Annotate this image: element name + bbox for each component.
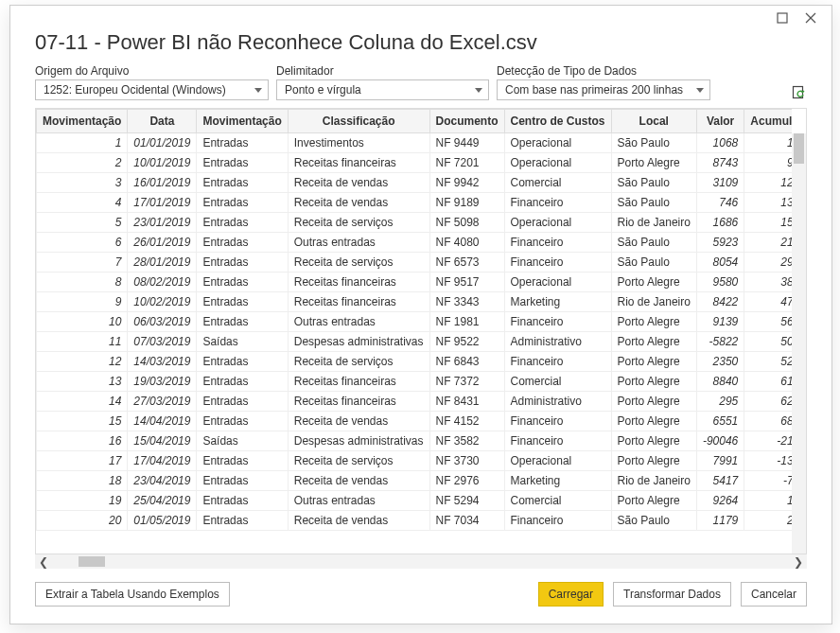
cell-acum: 21275 bbox=[744, 233, 792, 253]
table-row[interactable]: 1107/03/2019SaídasDespesas administrativ… bbox=[37, 332, 793, 352]
table-row[interactable]: 1006/03/2019EntradasOutras entradasNF 19… bbox=[37, 312, 793, 332]
table-row[interactable]: 1717/04/2019EntradasReceita de serviçosN… bbox=[37, 451, 793, 471]
cell-mov2: Saídas bbox=[197, 431, 288, 451]
cell-class: Receita de serviços bbox=[288, 213, 429, 233]
refresh-icon[interactable] bbox=[792, 85, 807, 100]
cell-valor: 6551 bbox=[696, 412, 744, 431]
cell-class: Despesas administrativas bbox=[288, 431, 429, 451]
cancel-button[interactable]: Cancelar bbox=[741, 582, 807, 607]
cell-doc: NF 6573 bbox=[429, 253, 504, 273]
vertical-scrollbar[interactable] bbox=[792, 133, 806, 554]
cell-class: Outras entradas bbox=[288, 491, 429, 511]
extract-table-button[interactable]: Extrair a Tabela Usando Exemplos bbox=[35, 582, 230, 607]
delimiter-dropdown[interactable]: Ponto e vírgula bbox=[276, 79, 489, 100]
table-row[interactable]: 1925/04/2019EntradasOutras entradasNF 52… bbox=[37, 491, 793, 511]
col-header-cc[interactable]: Centro de Custos bbox=[504, 110, 611, 133]
cell-doc: NF 3343 bbox=[429, 292, 504, 312]
cell-doc: NF 9517 bbox=[429, 273, 504, 292]
table-row[interactable]: 417/01/2019EntradasReceita de vendasNF 9… bbox=[37, 193, 793, 213]
cell-mov1: 16 bbox=[37, 431, 128, 451]
cell-data: 19/03/2019 bbox=[128, 372, 197, 392]
cell-mov1: 9 bbox=[37, 292, 128, 312]
origin-dropdown[interactable]: 1252: Europeu Ocidental (Windows) bbox=[35, 79, 269, 100]
detection-label: Detecção de Tipo de Dados bbox=[497, 64, 710, 78]
cell-local: Porto Alegre bbox=[611, 153, 696, 173]
cell-mov2: Entradas bbox=[197, 292, 288, 312]
close-icon[interactable] bbox=[803, 11, 818, 26]
cell-doc: NF 3730 bbox=[429, 451, 504, 471]
table-row[interactable]: 910/02/2019EntradasReceitas financeirasN… bbox=[37, 292, 793, 312]
cell-class: Investimentos bbox=[288, 133, 429, 153]
chevron-down-icon bbox=[696, 88, 704, 93]
cell-local: São Paulo bbox=[611, 233, 696, 253]
origin-label: Origem do Arquivo bbox=[35, 64, 269, 78]
chevron-down-icon bbox=[254, 88, 262, 93]
table-row[interactable]: 1214/03/2019EntradasReceita de serviçosN… bbox=[37, 352, 793, 372]
cell-mov1: 8 bbox=[37, 273, 128, 292]
cell-acum: 1310 bbox=[744, 491, 792, 511]
cell-doc: NF 9189 bbox=[429, 193, 504, 213]
cell-cc: Operacional bbox=[504, 213, 611, 233]
delimiter-label: Delimitador bbox=[276, 64, 489, 78]
col-header-class[interactable]: Classificação bbox=[288, 110, 429, 133]
table-row[interactable]: 1427/03/2019EntradasReceitas financeiras… bbox=[37, 392, 793, 412]
col-header-valor[interactable]: Valor bbox=[696, 110, 744, 133]
cell-mov2: Entradas bbox=[197, 273, 288, 292]
scrollbar-thumb[interactable] bbox=[79, 556, 105, 567]
table-row[interactable]: 316/01/2019EntradasReceita de vendasNF 9… bbox=[37, 173, 793, 193]
col-header-local[interactable]: Local bbox=[611, 110, 696, 133]
table-row[interactable]: 1615/04/2019SaídasDespesas administrativ… bbox=[37, 431, 793, 451]
cell-cc: Financeiro bbox=[504, 511, 611, 531]
cell-acum: 2489 bbox=[744, 511, 792, 531]
cell-acum: 61838 bbox=[744, 372, 792, 392]
table-row[interactable]: 728/01/2019EntradasReceita de serviçosNF… bbox=[37, 253, 793, 273]
cell-acum: 56470 bbox=[744, 312, 792, 332]
horizontal-scrollbar[interactable]: ❮ ❯ bbox=[35, 554, 807, 569]
cell-class: Receita de vendas bbox=[288, 193, 429, 213]
table-row[interactable]: 1514/04/2019EntradasReceita de vendasNF … bbox=[37, 412, 793, 431]
table-row[interactable]: 2001/05/2019EntradasReceita de vendasNF … bbox=[37, 511, 793, 531]
table-row[interactable]: 808/02/2019EntradasReceitas financeirasN… bbox=[37, 273, 793, 292]
cell-mov2: Entradas bbox=[197, 153, 288, 173]
table-row[interactable]: 626/01/2019EntradasOutras entradasNF 408… bbox=[37, 233, 793, 253]
cell-mov1: 14 bbox=[37, 392, 128, 412]
cell-valor: 8743 bbox=[696, 153, 744, 173]
col-header-mov1[interactable]: Movimentação bbox=[37, 110, 128, 133]
cell-valor: 295 bbox=[696, 392, 744, 412]
maximize-icon[interactable] bbox=[775, 11, 790, 26]
col-header-data[interactable]: Data bbox=[128, 110, 197, 133]
cell-valor: 2350 bbox=[696, 352, 744, 372]
transform-button[interactable]: Transformar Dados bbox=[613, 582, 731, 607]
cell-valor: 9264 bbox=[696, 491, 744, 511]
cell-mov1: 3 bbox=[37, 173, 128, 193]
cell-doc: NF 3582 bbox=[429, 431, 504, 451]
detection-dropdown[interactable]: Com base nas primeiras 200 linhas bbox=[497, 79, 710, 100]
cell-data: 08/02/2019 bbox=[128, 273, 197, 292]
table-row[interactable]: 210/01/2019EntradasReceitas financeirasN… bbox=[37, 153, 793, 173]
scroll-right-icon[interactable]: ❯ bbox=[790, 555, 807, 569]
cell-mov1: 12 bbox=[37, 352, 128, 372]
cell-class: Despesas administrativas bbox=[288, 332, 429, 352]
table-row[interactable]: 1823/04/2019EntradasReceita de vendasNF … bbox=[37, 471, 793, 491]
cell-mov1: 18 bbox=[37, 471, 128, 491]
cell-mov2: Entradas bbox=[197, 372, 288, 392]
cell-valor: 3109 bbox=[696, 173, 744, 193]
col-header-acum[interactable]: Acumulado bbox=[744, 110, 792, 133]
cell-cc: Comercial bbox=[504, 173, 611, 193]
table-row[interactable]: 523/01/2019EntradasReceita de serviçosNF… bbox=[37, 213, 793, 233]
cell-local: Porto Alegre bbox=[611, 332, 696, 352]
load-button[interactable]: Carregar bbox=[538, 582, 604, 607]
cell-doc: NF 7201 bbox=[429, 153, 504, 173]
cell-class: Receitas financeiras bbox=[288, 153, 429, 173]
col-header-doc[interactable]: Documento bbox=[429, 110, 504, 133]
cell-acum: 52998 bbox=[744, 352, 792, 372]
table-row[interactable]: 1319/03/2019EntradasReceitas financeiras… bbox=[37, 372, 793, 392]
button-row: Extrair a Tabela Usando Exemplos Carrega… bbox=[10, 569, 831, 624]
scrollbar-thumb[interactable] bbox=[794, 133, 804, 164]
scroll-left-icon[interactable]: ❮ bbox=[35, 555, 52, 569]
table-row[interactable]: 101/01/2019EntradasInvestimentosNF 9449O… bbox=[37, 133, 793, 153]
cell-cc: Comercial bbox=[504, 372, 611, 392]
chevron-down-icon bbox=[475, 88, 482, 93]
cell-mov2: Entradas bbox=[197, 253, 288, 273]
col-header-mov2[interactable]: Movimentação bbox=[197, 110, 288, 133]
